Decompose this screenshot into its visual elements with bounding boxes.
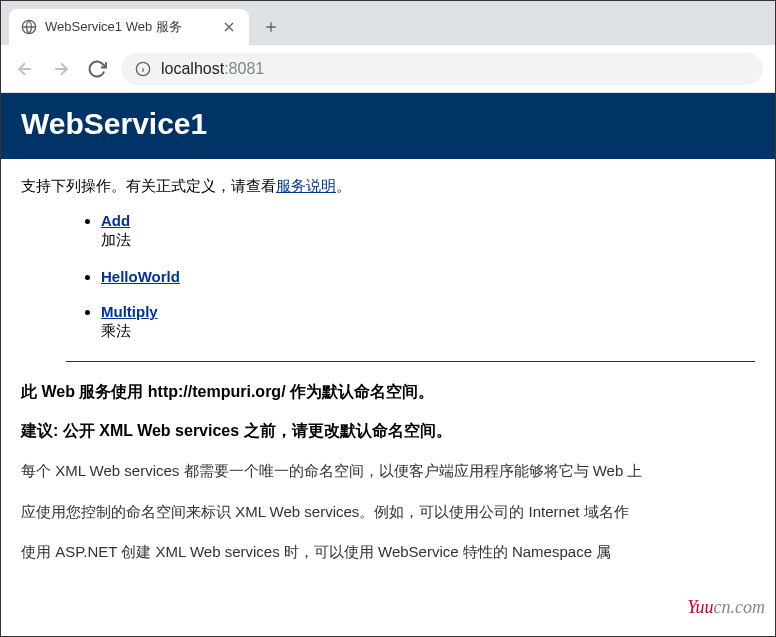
operations-list: Add 加法 HelloWorld Multiply 乘法 <box>101 212 755 341</box>
list-item: Multiply 乘法 <box>101 303 755 341</box>
url-input[interactable]: localhost:8081 <box>121 53 763 85</box>
namespace-para: 使用 ASP.NET 创建 XML Web services 时，可以使用 We… <box>21 541 755 564</box>
operation-desc: 乘法 <box>101 322 755 341</box>
close-icon[interactable] <box>221 19 237 35</box>
namespace-para: 每个 XML Web services 都需要一个唯一的命名空间，以便客户端应用… <box>21 460 755 483</box>
list-item: Add 加法 <box>101 212 755 250</box>
browser-tab[interactable]: WebService1 Web 服务 <box>9 9 249 45</box>
operation-link-helloworld[interactable]: HelloWorld <box>101 268 180 285</box>
namespace-notice: 此 Web 服务使用 http://tempuri.org/ 作为默认命名空间。 <box>21 382 755 403</box>
service-description-link[interactable]: 服务说明 <box>276 177 336 194</box>
address-bar: localhost:8081 <box>1 45 775 93</box>
operation-link-multiply[interactable]: Multiply <box>101 303 158 320</box>
namespace-suggestion: 建议: 公开 XML Web services 之前，请更改默认命名空间。 <box>21 421 755 442</box>
divider <box>66 361 755 362</box>
watermark: Yuucn.com <box>687 597 765 618</box>
namespace-para: 应使用您控制的命名空间来标识 XML Web services。例如，可以使用公… <box>21 501 755 524</box>
reload-button[interactable] <box>85 57 109 81</box>
intro-text: 支持下列操作。有关正式定义，请查看服务说明。 <box>21 177 755 196</box>
info-icon <box>135 61 151 77</box>
operation-desc: 加法 <box>101 231 755 250</box>
page-title: WebService1 <box>21 107 755 141</box>
forward-button[interactable] <box>49 57 73 81</box>
globe-icon <box>21 19 37 35</box>
url-text: localhost:8081 <box>161 60 264 78</box>
back-button[interactable] <box>13 57 37 81</box>
operation-link-add[interactable]: Add <box>101 212 130 229</box>
page-header: WebService1 <box>1 93 775 159</box>
page-content: 支持下列操作。有关正式定义，请查看服务说明。 Add 加法 HelloWorld… <box>1 159 775 600</box>
new-tab-button[interactable] <box>257 13 285 41</box>
tab-title: WebService1 Web 服务 <box>45 18 213 36</box>
list-item: HelloWorld <box>101 268 755 285</box>
browser-tab-bar: WebService1 Web 服务 <box>1 1 775 45</box>
